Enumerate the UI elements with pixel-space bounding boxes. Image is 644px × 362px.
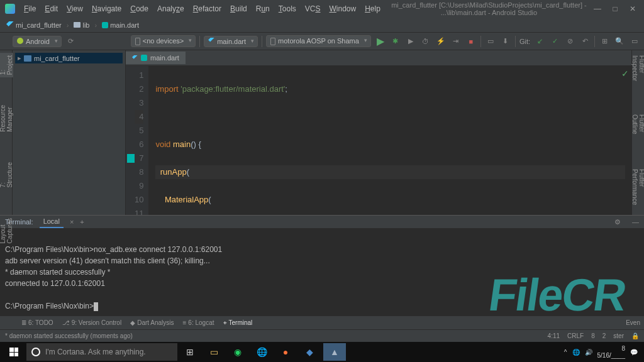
breadcrumb-folder[interactable]: lib: [71, 21, 92, 30]
cortana-icon: [31, 348, 40, 356]
taskbar-app-explorer[interactable]: ▭: [203, 343, 225, 361]
terminal-cursor: [94, 302, 98, 311]
cortana-search[interactable]: I'm Cortana. Ask me anything.: [26, 343, 177, 361]
terminal-settings-icon[interactable]: ⚙: [614, 218, 621, 226]
target-device-selector[interactable]: motorola AOSP on Shama: [266, 35, 371, 47]
menu-analyze[interactable]: Analyze: [153, 3, 188, 14]
terminal-header: Terminal: Local × + ⚙ —: [0, 216, 644, 229]
editor-tab-main[interactable]: main.dart: [126, 52, 186, 64]
project-view-dropdown[interactable]: Android: [13, 36, 62, 47]
device-selector[interactable]: <no devices>: [131, 35, 196, 47]
menu-code[interactable]: Code: [126, 3, 152, 14]
breadcrumb-folder-label: lib: [82, 21, 89, 29]
tool-project[interactable]: 1: Project: [0, 53, 13, 77]
project-tree[interactable]: ▸ mi_card_flutter: [13, 50, 125, 66]
code-editor[interactable]: ✓ 12345678910111213 import 'package:flut…: [126, 66, 631, 215]
menu-tools[interactable]: Tools: [275, 3, 300, 14]
main-menu: File Edit View Navigate Code Analyze Ref…: [20, 3, 384, 14]
tray-volume-icon[interactable]: 🔊: [585, 349, 592, 356]
debug-button[interactable]: ✱: [390, 36, 401, 47]
flutter-icon: [132, 55, 138, 61]
terminal-output[interactable]: C:\Program Files\Nox\bin>nox_adb.exe con…: [0, 229, 644, 338]
settings-icon[interactable]: ▭: [629, 36, 640, 47]
run-button[interactable]: ▶: [375, 36, 386, 47]
menu-file[interactable]: File: [20, 3, 40, 14]
terminal-panel: Terminal: Local × + ⚙ — C:\Program Files…: [0, 215, 644, 315]
git-history-icon[interactable]: ⊘: [564, 36, 575, 47]
menu-vcs[interactable]: VCS: [301, 3, 325, 14]
breadcrumb-file-label: main.dart: [110, 21, 139, 29]
sdk-manager-button[interactable]: ⬇: [500, 36, 511, 47]
task-view-button[interactable]: ⊞: [179, 343, 201, 361]
line-marker-icon: [127, 154, 135, 163]
terminal-new-tab-icon[interactable]: +: [80, 218, 84, 226]
menu-build[interactable]: Build: [226, 3, 251, 14]
git-revert-icon[interactable]: ↶: [579, 36, 591, 47]
taskbar-app-chrome[interactable]: 🌐: [250, 343, 273, 361]
breadcrumb-project[interactable]: mi_card_flutter: [4, 21, 64, 30]
stop-button[interactable]: ■: [465, 36, 477, 47]
coverage-button[interactable]: ▶: [405, 36, 416, 47]
taskbar-app-whatsapp[interactable]: ◉: [226, 343, 249, 361]
minimize-button[interactable]: —: [594, 4, 601, 13]
main-area: 1: Project Resource Manager 7: Structure…: [0, 50, 644, 215]
terminal-close-tab-icon[interactable]: ×: [70, 218, 74, 226]
windows-logo-icon: [9, 348, 18, 356]
android-studio-logo-icon: [5, 4, 15, 14]
git-update-icon[interactable]: ↙: [534, 36, 545, 47]
folder-icon: [74, 22, 80, 28]
profile-button[interactable]: ⏱: [420, 36, 431, 47]
tool-flutter-outline[interactable]: Flutter Outline: [631, 112, 645, 148]
module-folder-icon: [24, 55, 31, 62]
cortana-placeholder: I'm Cortana. Ask me anything.: [45, 348, 146, 356]
start-button[interactable]: [3, 343, 25, 361]
git-commit-icon[interactable]: ✓: [549, 36, 560, 47]
search-icon[interactable]: 🔍: [614, 36, 625, 47]
terminal-tab-local[interactable]: Local: [40, 216, 64, 228]
phone-icon: [270, 38, 275, 45]
sync-icon[interactable]: ⟳: [65, 36, 77, 47]
terminal-hide-icon[interactable]: —: [632, 218, 639, 226]
taskbar-app-firefox[interactable]: ●: [274, 343, 297, 361]
menu-navigate[interactable]: Navigate: [88, 3, 125, 14]
taskbar-app-generic[interactable]: ◆: [298, 343, 321, 361]
code-content[interactable]: import 'package:flutter/material.dart'; …: [149, 66, 631, 215]
main-toolbar: Android ⟳ <no devices> main.dart motorol…: [0, 33, 644, 50]
tool-flutter-inspector[interactable]: Flutter Inspector: [631, 53, 645, 93]
tool-structure[interactable]: 7: Structure: [0, 160, 13, 190]
dart-file-icon: [141, 55, 147, 61]
avd-manager-button[interactable]: ▭: [485, 36, 496, 47]
project-root-label: mi_card_flutter: [34, 55, 80, 62]
system-clock[interactable]: 85/16/____: [597, 345, 626, 359]
system-tray[interactable]: ^ 🌐 🔊 85/16/____ 💬: [564, 345, 641, 359]
expand-icon[interactable]: ▸: [18, 54, 21, 62]
git-label: Git:: [519, 38, 530, 45]
tray-network-icon[interactable]: 🌐: [572, 349, 580, 356]
tab-label: main.dart: [150, 54, 179, 62]
run-config-selector[interactable]: main.dart: [204, 36, 258, 47]
menu-run[interactable]: Run: [252, 3, 274, 14]
hot-reload-button[interactable]: ⚡: [435, 36, 447, 47]
tray-chevron-icon[interactable]: ^: [564, 349, 567, 356]
menu-help[interactable]: Help: [361, 3, 384, 14]
menu-edit[interactable]: Edit: [41, 3, 62, 14]
chevron-right-icon: ›: [67, 21, 69, 29]
close-button[interactable]: ✕: [629, 4, 636, 13]
project-structure-icon[interactable]: ⊞: [599, 36, 610, 47]
taskbar-app-android-studio[interactable]: ▲: [323, 343, 346, 361]
breadcrumb-file[interactable]: main.dart: [99, 21, 142, 30]
tool-resource-manager[interactable]: Resource Manager: [0, 102, 13, 134]
attach-debugger-button[interactable]: ⇥: [450, 36, 462, 47]
editor-tabs: main.dart: [126, 50, 631, 66]
tray-notifications-icon[interactable]: 💬: [630, 349, 638, 356]
window-title: mi_card_flutter [C:\Users\Milad\StudioPr…: [384, 1, 594, 16]
tool-flutter-performance[interactable]: Flutter Performance: [631, 167, 645, 215]
maximize-button[interactable]: □: [611, 4, 619, 13]
flutter-icon: [6, 21, 14, 29]
project-root-node[interactable]: ▸ mi_card_flutter: [15, 53, 123, 63]
chevron-right-icon: ›: [94, 21, 97, 29]
menu-view[interactable]: View: [63, 3, 87, 14]
menu-window[interactable]: Window: [325, 3, 360, 14]
editor-area: main.dart ✓ 12345678910111213 import 'pa…: [126, 50, 631, 215]
menu-refactor[interactable]: Refactor: [189, 3, 225, 14]
